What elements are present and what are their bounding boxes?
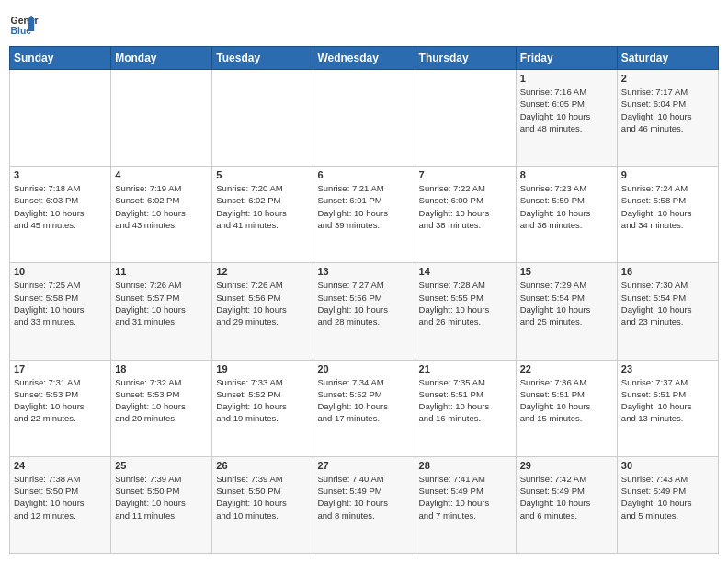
day-number: 2 — [621, 73, 714, 84]
day-number: 13 — [317, 266, 410, 277]
day-number: 27 — [317, 460, 410, 471]
day-number: 29 — [520, 460, 613, 471]
day-number: 9 — [621, 169, 714, 180]
calendar-cell: 10Sunrise: 7:25 AM Sunset: 5:58 PM Dayli… — [10, 263, 111, 360]
day-number: 1 — [520, 73, 613, 84]
day-info: Sunrise: 7:33 AM Sunset: 5:52 PM Dayligh… — [216, 376, 309, 425]
day-info: Sunrise: 7:35 AM Sunset: 5:51 PM Dayligh… — [419, 376, 512, 425]
calendar-cell: 8Sunrise: 7:23 AM Sunset: 5:59 PM Daylig… — [516, 167, 617, 263]
weekday-header-thursday: Thursday — [415, 47, 516, 70]
calendar-cell: 6Sunrise: 7:21 AM Sunset: 6:01 PM Daylig… — [313, 167, 415, 263]
calendar-cell: 21Sunrise: 7:35 AM Sunset: 5:51 PM Dayli… — [415, 360, 516, 456]
day-info: Sunrise: 7:32 AM Sunset: 5:53 PM Dayligh… — [115, 376, 208, 425]
day-info: Sunrise: 7:17 AM Sunset: 6:04 PM Dayligh… — [621, 86, 714, 134]
day-number: 7 — [419, 169, 512, 180]
day-number: 25 — [115, 460, 208, 471]
day-number: 4 — [115, 169, 208, 180]
calendar-cell: 26Sunrise: 7:39 AM Sunset: 5:50 PM Dayli… — [212, 456, 313, 553]
calendar-week-3: 10Sunrise: 7:25 AM Sunset: 5:58 PM Dayli… — [10, 263, 719, 360]
calendar-cell: 1Sunrise: 7:16 AM Sunset: 6:05 PM Daylig… — [516, 70, 617, 167]
day-number: 28 — [419, 460, 512, 471]
calendar-cell: 9Sunrise: 7:24 AM Sunset: 5:58 PM Daylig… — [617, 167, 718, 263]
weekday-header-saturday: Saturday — [617, 47, 718, 70]
calendar-cell: 25Sunrise: 7:39 AM Sunset: 5:50 PM Dayli… — [111, 456, 212, 553]
day-number: 19 — [216, 363, 309, 374]
day-number: 22 — [520, 363, 613, 374]
calendar-cell: 14Sunrise: 7:28 AM Sunset: 5:55 PM Dayli… — [415, 263, 516, 360]
calendar-cell: 15Sunrise: 7:29 AM Sunset: 5:54 PM Dayli… — [516, 263, 617, 360]
day-info: Sunrise: 7:20 AM Sunset: 6:02 PM Dayligh… — [216, 182, 309, 231]
day-info: Sunrise: 7:23 AM Sunset: 5:59 PM Dayligh… — [520, 182, 613, 231]
day-info: Sunrise: 7:29 AM Sunset: 5:54 PM Dayligh… — [520, 279, 613, 327]
day-number: 24 — [14, 460, 107, 471]
weekday-header-monday: Monday — [111, 47, 212, 70]
day-info: Sunrise: 7:39 AM Sunset: 5:50 PM Dayligh… — [216, 473, 309, 522]
calendar-cell — [10, 70, 111, 167]
day-info: Sunrise: 7:19 AM Sunset: 6:02 PM Dayligh… — [115, 182, 208, 231]
day-info: Sunrise: 7:42 AM Sunset: 5:49 PM Dayligh… — [520, 473, 613, 522]
calendar-cell: 18Sunrise: 7:32 AM Sunset: 5:53 PM Dayli… — [111, 360, 212, 456]
day-info: Sunrise: 7:16 AM Sunset: 6:05 PM Dayligh… — [520, 86, 613, 134]
calendar-cell: 17Sunrise: 7:31 AM Sunset: 5:53 PM Dayli… — [10, 360, 111, 456]
day-info: Sunrise: 7:24 AM Sunset: 5:58 PM Dayligh… — [621, 182, 714, 231]
weekday-header-row: SundayMondayTuesdayWednesdayThursdayFrid… — [10, 47, 719, 70]
calendar-cell: 22Sunrise: 7:36 AM Sunset: 5:51 PM Dayli… — [516, 360, 617, 456]
weekday-header-tuesday: Tuesday — [212, 47, 313, 70]
day-info: Sunrise: 7:43 AM Sunset: 5:49 PM Dayligh… — [621, 473, 714, 522]
logo-icon: General Blue — [9, 9, 39, 39]
calendar-cell: 23Sunrise: 7:37 AM Sunset: 5:51 PM Dayli… — [617, 360, 718, 456]
day-info: Sunrise: 7:31 AM Sunset: 5:53 PM Dayligh… — [14, 376, 107, 425]
calendar-cell: 30Sunrise: 7:43 AM Sunset: 5:49 PM Dayli… — [617, 456, 718, 553]
calendar-week-1: 1Sunrise: 7:16 AM Sunset: 6:05 PM Daylig… — [10, 70, 719, 167]
day-number: 17 — [14, 363, 107, 374]
day-number: 20 — [317, 363, 410, 374]
page-header: General Blue — [9, 9, 719, 39]
svg-text:General: General — [11, 16, 39, 26]
day-info: Sunrise: 7:21 AM Sunset: 6:01 PM Dayligh… — [317, 182, 410, 231]
calendar-cell: 11Sunrise: 7:26 AM Sunset: 5:57 PM Dayli… — [111, 263, 212, 360]
day-number: 8 — [520, 169, 613, 180]
calendar-cell: 29Sunrise: 7:42 AM Sunset: 5:49 PM Dayli… — [516, 456, 617, 553]
day-number: 18 — [115, 363, 208, 374]
calendar-cell: 19Sunrise: 7:33 AM Sunset: 5:52 PM Dayli… — [212, 360, 313, 456]
weekday-header-sunday: Sunday — [10, 47, 111, 70]
calendar-cell: 13Sunrise: 7:27 AM Sunset: 5:56 PM Dayli… — [313, 263, 415, 360]
calendar-cell — [111, 70, 212, 167]
calendar-cell: 12Sunrise: 7:26 AM Sunset: 5:56 PM Dayli… — [212, 263, 313, 360]
day-info: Sunrise: 7:41 AM Sunset: 5:49 PM Dayligh… — [419, 473, 512, 522]
day-number: 14 — [419, 266, 512, 277]
calendar-cell: 4Sunrise: 7:19 AM Sunset: 6:02 PM Daylig… — [111, 167, 212, 263]
day-info: Sunrise: 7:18 AM Sunset: 6:03 PM Dayligh… — [14, 182, 107, 231]
calendar-cell: 7Sunrise: 7:22 AM Sunset: 6:00 PM Daylig… — [415, 167, 516, 263]
day-number: 26 — [216, 460, 309, 471]
day-info: Sunrise: 7:38 AM Sunset: 5:50 PM Dayligh… — [14, 473, 107, 522]
day-info: Sunrise: 7:28 AM Sunset: 5:55 PM Dayligh… — [419, 279, 512, 327]
calendar-cell: 16Sunrise: 7:30 AM Sunset: 5:54 PM Dayli… — [617, 263, 718, 360]
calendar-cell: 27Sunrise: 7:40 AM Sunset: 5:49 PM Dayli… — [313, 456, 415, 553]
logo: General Blue — [9, 9, 39, 39]
calendar-cell — [415, 70, 516, 167]
day-info: Sunrise: 7:39 AM Sunset: 5:50 PM Dayligh… — [115, 473, 208, 522]
day-number: 6 — [317, 169, 410, 180]
calendar-week-4: 17Sunrise: 7:31 AM Sunset: 5:53 PM Dayli… — [10, 360, 719, 456]
day-number: 11 — [115, 266, 208, 277]
day-info: Sunrise: 7:40 AM Sunset: 5:49 PM Dayligh… — [317, 473, 410, 522]
calendar-cell: 28Sunrise: 7:41 AM Sunset: 5:49 PM Dayli… — [415, 456, 516, 553]
day-info: Sunrise: 7:26 AM Sunset: 5:56 PM Dayligh… — [216, 279, 309, 327]
day-number: 23 — [621, 363, 714, 374]
day-info: Sunrise: 7:34 AM Sunset: 5:52 PM Dayligh… — [317, 376, 410, 425]
day-info: Sunrise: 7:37 AM Sunset: 5:51 PM Dayligh… — [621, 376, 714, 425]
calendar-cell: 5Sunrise: 7:20 AM Sunset: 6:02 PM Daylig… — [212, 167, 313, 263]
day-info: Sunrise: 7:30 AM Sunset: 5:54 PM Dayligh… — [621, 279, 714, 327]
calendar-cell — [212, 70, 313, 167]
calendar-week-2: 3Sunrise: 7:18 AM Sunset: 6:03 PM Daylig… — [10, 167, 719, 263]
calendar-cell: 20Sunrise: 7:34 AM Sunset: 5:52 PM Dayli… — [313, 360, 415, 456]
weekday-header-friday: Friday — [516, 47, 617, 70]
day-info: Sunrise: 7:26 AM Sunset: 5:57 PM Dayligh… — [115, 279, 208, 327]
day-number: 15 — [520, 266, 613, 277]
day-number: 5 — [216, 169, 309, 180]
calendar-cell: 24Sunrise: 7:38 AM Sunset: 5:50 PM Dayli… — [10, 456, 111, 553]
calendar-cell — [313, 70, 415, 167]
calendar-cell: 3Sunrise: 7:18 AM Sunset: 6:03 PM Daylig… — [10, 167, 111, 263]
day-number: 21 — [419, 363, 512, 374]
